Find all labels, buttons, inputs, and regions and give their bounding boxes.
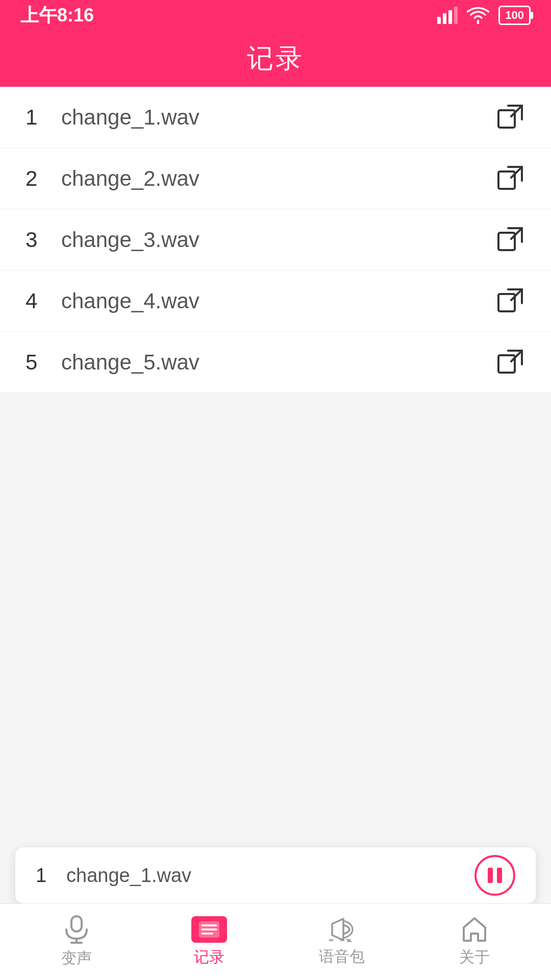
- pause-button[interactable]: [474, 855, 515, 896]
- open-file-button-4[interactable]: [495, 286, 525, 316]
- svg-rect-8: [498, 355, 515, 373]
- svg-rect-9: [71, 916, 82, 932]
- item-index-4: 4: [26, 289, 61, 313]
- list-item[interactable]: 4 change_4.wav: [0, 271, 551, 332]
- battery-icon: 100: [498, 6, 531, 25]
- svg-rect-4: [498, 110, 515, 128]
- nav-item-jilu[interactable]: 记录: [158, 916, 260, 968]
- item-filename-2: change_2.wav: [61, 166, 495, 191]
- now-playing-filename: change_1.wav: [66, 865, 474, 887]
- nav-label-guanyu: 关于: [459, 947, 490, 968]
- list-item[interactable]: 3 change_3.wav: [0, 209, 551, 271]
- voice-pack-icon: [328, 917, 356, 942]
- nav-label-bianshen: 变声: [61, 948, 92, 969]
- svg-rect-5: [498, 172, 515, 189]
- item-filename-5: change_5.wav: [61, 350, 495, 375]
- svg-rect-7: [498, 294, 515, 311]
- open-file-button-5[interactable]: [495, 347, 525, 378]
- nav-item-bianshen[interactable]: 变声: [26, 915, 128, 969]
- status-time: 上午8:16: [20, 3, 94, 28]
- svg-rect-2: [448, 10, 452, 24]
- battery-level: 100: [505, 9, 524, 22]
- item-index-5: 5: [26, 350, 61, 375]
- file-list: 1 change_1.wav 2 change_2.wav 3 change_3…: [0, 87, 551, 393]
- pause-bar-left: [488, 868, 493, 883]
- mic-icon: [64, 915, 89, 944]
- item-filename-4: change_4.wav: [61, 289, 495, 313]
- record-list-icon: [191, 916, 227, 943]
- status-bar: 上午8:16 100: [0, 0, 551, 31]
- home-icon: [462, 916, 487, 943]
- open-file-button-2[interactable]: [495, 163, 525, 194]
- item-filename-1: change_1.wav: [61, 105, 495, 130]
- nav-label-yuyin: 语音包: [319, 946, 365, 967]
- signal-icon: [437, 7, 458, 24]
- svg-rect-6: [498, 233, 515, 250]
- external-link-icon-5: [497, 349, 523, 376]
- svg-rect-3: [454, 7, 458, 24]
- now-playing-index: 1: [36, 865, 66, 887]
- now-playing-bar: 1 change_1.wav: [15, 847, 536, 903]
- external-link-icon-4: [497, 288, 523, 314]
- external-link-icon-1: [497, 104, 523, 131]
- item-index-2: 2: [26, 166, 61, 191]
- bottom-nav: 变声 记录 语音包 关于: [0, 903, 551, 980]
- status-icons: 100: [437, 6, 531, 25]
- open-file-button-1[interactable]: [495, 102, 525, 133]
- nav-label-jilu: 记录: [194, 947, 224, 968]
- external-link-icon-3: [497, 227, 523, 253]
- svg-rect-1: [443, 13, 446, 24]
- open-file-button-3[interactable]: [495, 225, 525, 255]
- item-index-1: 1: [26, 105, 61, 130]
- list-item[interactable]: 5 change_5.wav: [0, 332, 551, 393]
- pause-bar-right: [497, 868, 502, 883]
- wifi-icon: [467, 7, 489, 24]
- svg-rect-0: [437, 17, 441, 24]
- list-item[interactable]: 1 change_1.wav: [0, 87, 551, 148]
- item-filename-3: change_3.wav: [61, 228, 495, 252]
- pause-icon: [488, 868, 502, 883]
- battery-container: 100: [498, 6, 531, 25]
- nav-item-yuyin[interactable]: 语音包: [291, 917, 393, 967]
- list-item[interactable]: 2 change_2.wav: [0, 148, 551, 209]
- nav-item-guanyu[interactable]: 关于: [423, 916, 525, 968]
- external-link-icon-2: [497, 165, 523, 192]
- app-header: 记录: [0, 31, 551, 87]
- page-title: 记录: [247, 41, 304, 77]
- item-index-3: 3: [26, 228, 61, 252]
